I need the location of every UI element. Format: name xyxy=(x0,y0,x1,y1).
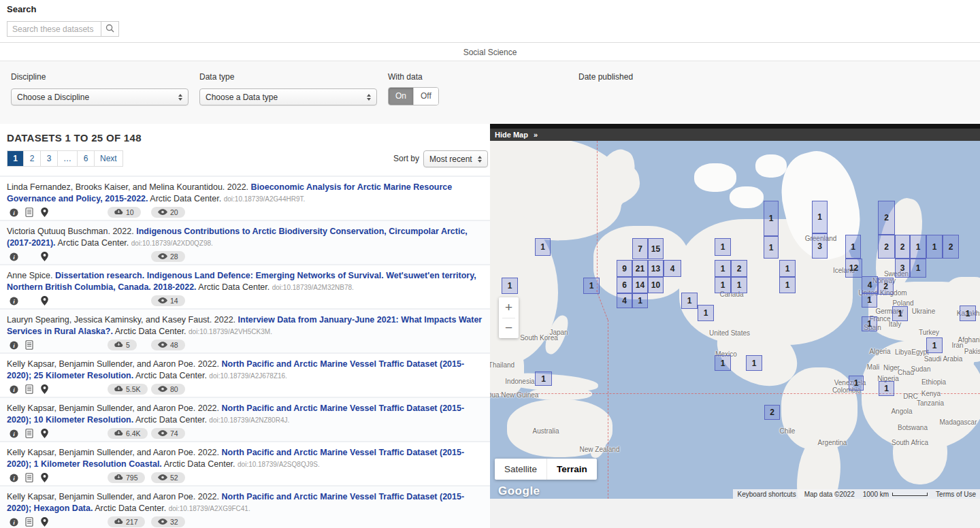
map-cluster[interactable]: 2 xyxy=(895,235,910,259)
info-icon[interactable]: i xyxy=(10,384,23,397)
pagination-page-1[interactable]: 1 xyxy=(7,150,24,167)
google-logo[interactable]: Google xyxy=(498,484,540,498)
location-pin-icon[interactable] xyxy=(41,208,54,220)
map-cluster[interactable]: 1 xyxy=(731,277,747,293)
map-cluster[interactable]: 2 xyxy=(878,278,894,295)
terrain-button[interactable]: Terrain xyxy=(546,459,597,480)
tab-social-science[interactable]: Social Science xyxy=(0,48,980,57)
with-data-on-button[interactable]: On xyxy=(389,88,413,105)
landmass-arctic-island xyxy=(755,154,787,178)
map-cluster[interactable]: 3 xyxy=(895,259,910,278)
dataset-result: Kelly Kapsar, Benjamin Sullender, and Aa… xyxy=(0,352,490,397)
keyboard-shortcuts-link[interactable]: Keyboard shortcuts xyxy=(733,489,800,499)
terms-of-use-link[interactable]: Terms of Use xyxy=(932,489,980,499)
document-icon[interactable] xyxy=(25,429,39,441)
map-cluster[interactable]: 3 xyxy=(812,233,828,259)
map-cluster[interactable]: 1 xyxy=(502,278,518,294)
map-cluster[interactable]: 1 xyxy=(715,260,731,277)
map-cluster[interactable]: 1 xyxy=(698,305,714,321)
hide-map-button[interactable]: Hide Map » xyxy=(490,129,980,141)
location-pin-icon[interactable] xyxy=(41,384,54,397)
document-icon[interactable] xyxy=(25,208,39,220)
document-icon[interactable] xyxy=(25,517,39,528)
map-cluster[interactable]: 1 xyxy=(862,316,877,331)
map-cluster[interactable]: 7 xyxy=(632,238,648,259)
map-cluster[interactable]: 1 xyxy=(812,201,828,233)
map-cluster[interactable]: 2 xyxy=(731,260,747,277)
info-icon[interactable]: i xyxy=(10,296,23,308)
info-icon[interactable]: i xyxy=(10,340,23,352)
zoom-out-button[interactable]: − xyxy=(499,318,519,339)
map-panel[interactable]: Hide Map » 1 xyxy=(490,124,980,499)
map-cluster[interactable]: 4 xyxy=(862,276,878,294)
map-cluster[interactable]: 1 xyxy=(583,278,600,294)
map-cluster[interactable]: 1 xyxy=(892,306,908,321)
satellite-button[interactable]: Satellite xyxy=(495,459,546,480)
with-data-off-button[interactable]: Off xyxy=(413,88,438,105)
map-cluster[interactable]: 1 xyxy=(862,293,877,308)
pagination-ellipsis[interactable]: … xyxy=(58,150,78,167)
map-cluster[interactable]: 10 xyxy=(648,277,664,293)
map-cluster[interactable]: 1 xyxy=(681,293,698,309)
svg-text:i: i xyxy=(13,386,15,393)
zoom-in-button[interactable]: + xyxy=(499,297,519,318)
map-cluster[interactable]: 2 xyxy=(764,405,780,420)
map-cluster[interactable]: 1 xyxy=(715,238,731,256)
map-cluster[interactable]: 15 xyxy=(648,238,664,259)
map-cluster[interactable]: 1 xyxy=(910,259,926,278)
pagination-page-3[interactable]: 3 xyxy=(41,150,58,167)
document-icon[interactable] xyxy=(25,384,39,397)
search-button[interactable] xyxy=(101,21,119,37)
pagination-page-2[interactable]: 2 xyxy=(24,150,41,167)
map-cluster[interactable]: 1 xyxy=(715,277,731,293)
info-icon[interactable]: i xyxy=(10,517,23,528)
map-cluster[interactable]: 9 xyxy=(617,260,632,277)
map-cluster[interactable]: 1 xyxy=(960,306,976,321)
map-country-label: Ethiopia xyxy=(921,378,946,386)
pagination-next[interactable]: Next xyxy=(95,150,123,167)
map-cluster[interactable]: 1 xyxy=(764,201,779,236)
info-icon[interactable]: i xyxy=(10,252,23,264)
location-pin-icon[interactable] xyxy=(41,252,54,264)
sort-select[interactable]: Most recent xyxy=(423,150,488,167)
map-cluster[interactable]: 1 xyxy=(764,236,779,259)
location-pin-icon[interactable] xyxy=(41,473,54,485)
search-input[interactable] xyxy=(7,21,101,37)
location-pin-icon[interactable] xyxy=(41,517,54,528)
map-cluster[interactable]: 1 xyxy=(746,355,762,371)
map-cluster[interactable]: 6 xyxy=(617,277,632,293)
map-cluster[interactable]: 2 xyxy=(878,235,895,259)
document-icon[interactable] xyxy=(25,340,39,352)
map-cluster[interactable]: 1 xyxy=(535,238,551,256)
pagination-page-6[interactable]: 6 xyxy=(78,150,95,167)
info-icon[interactable]: i xyxy=(10,429,23,441)
map-cluster[interactable]: 21 xyxy=(632,260,648,277)
info-icon[interactable]: i xyxy=(10,208,23,220)
info-icon[interactable]: i xyxy=(10,473,23,485)
map-cluster[interactable]: 1 xyxy=(535,372,552,386)
map-cluster[interactable]: 4 xyxy=(664,260,681,277)
dataset-doi: doi:10.18739/A2VH5CK3M. xyxy=(189,328,272,335)
map-cluster[interactable]: 1 xyxy=(845,235,861,259)
map-cluster[interactable]: 1 xyxy=(926,337,943,353)
map-cluster[interactable]: 1 xyxy=(926,235,943,259)
data-type-select[interactable]: Choose a Data type xyxy=(199,88,377,105)
location-pin-icon[interactable] xyxy=(41,429,54,441)
map-cluster[interactable]: 2 xyxy=(943,235,959,259)
discipline-select[interactable]: Choose a Discipline xyxy=(11,88,189,105)
map-cluster[interactable]: 1 xyxy=(910,235,926,259)
map-cluster[interactable]: 4 xyxy=(617,293,632,308)
map-cluster[interactable]: 13 xyxy=(648,260,664,277)
map-cluster[interactable]: 2 xyxy=(878,201,895,235)
document-icon[interactable] xyxy=(25,473,39,485)
location-pin-icon[interactable] xyxy=(41,296,54,308)
downloads-count: 5.5K xyxy=(126,385,141,393)
map-cluster[interactable]: 1 xyxy=(849,376,864,391)
map-cluster[interactable]: 12 xyxy=(845,259,862,278)
map-cluster[interactable]: 1 xyxy=(779,277,796,293)
map-cluster[interactable]: 14 xyxy=(632,277,648,293)
map-cluster[interactable]: 1 xyxy=(879,381,894,396)
map-cluster[interactable]: 1 xyxy=(715,355,731,371)
map-cluster[interactable]: 1 xyxy=(632,293,648,308)
map-cluster[interactable]: 1 xyxy=(779,260,796,277)
